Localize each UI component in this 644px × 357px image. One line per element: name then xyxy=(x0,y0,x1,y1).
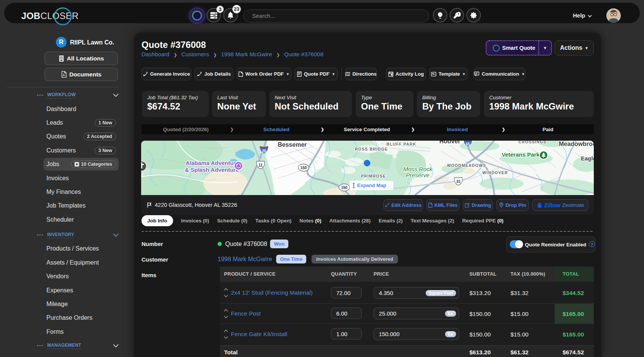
svg-text:R: R xyxy=(141,173,143,178)
svg-text:Hoover: Hoover xyxy=(439,141,460,144)
svg-text:CROSSINGS: CROSSINGS xyxy=(518,141,547,144)
svg-text:Meadowbrook: Meadowbrook xyxy=(559,141,594,147)
svg-text:WOODMEADOWS: WOODMEADOWS xyxy=(447,163,486,168)
svg-text:Preserve: Preserve xyxy=(406,172,429,178)
svg-text:Moss Rock: Moss Rock xyxy=(403,166,433,172)
svg-text:Veterans Park: Veterans Park xyxy=(502,151,540,158)
svg-text:Bessemer: Bessemer xyxy=(278,141,307,148)
svg-text:Alabama Adventure: Alabama Adventure xyxy=(186,160,239,166)
svg-text:150: 150 xyxy=(301,166,307,170)
svg-text:BLUFF PARK: BLUFF PARK xyxy=(386,142,416,146)
svg-text:150: 150 xyxy=(341,186,348,190)
svg-text:ROSS BRIDGE: ROSS BRIDGE xyxy=(355,147,388,151)
svg-text:& Splash Adventure: & Splash Adventure xyxy=(185,167,239,173)
svg-text:Eagle P: Eagle P xyxy=(581,155,594,162)
svg-text:65: 65 xyxy=(466,142,470,146)
svg-text:Expand Map: Expand Map xyxy=(357,182,386,188)
svg-text:11: 11 xyxy=(259,163,263,167)
svg-text:WINDOVER: WINDOVER xyxy=(482,170,508,175)
svg-text:20: 20 xyxy=(262,149,266,153)
svg-text:31: 31 xyxy=(456,179,461,184)
svg-text:PRIMROSE: PRIMROSE xyxy=(361,174,386,178)
